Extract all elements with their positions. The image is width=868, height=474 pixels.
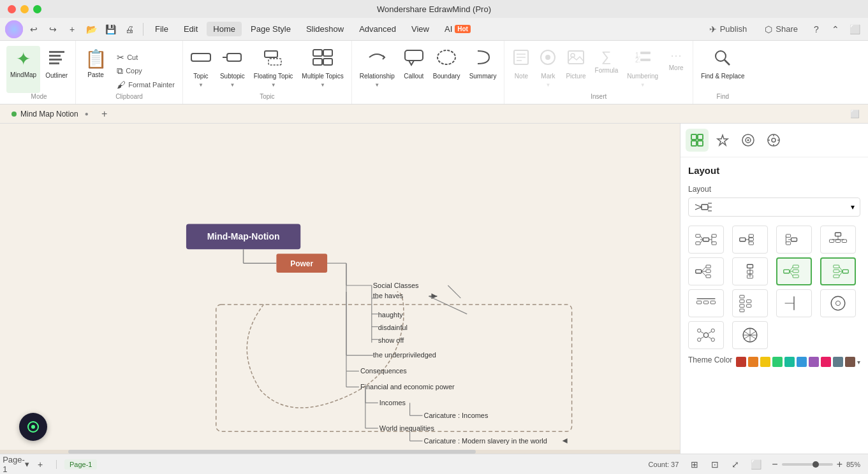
formula-button[interactable]: ∑ Formula — [591, 46, 622, 93]
canvas[interactable]: Mind-Map-Notion Power Social Classes the… — [0, 124, 680, 454]
new-file-button[interactable]: + — [64, 21, 80, 38]
zoom-minus[interactable]: − — [772, 459, 777, 470]
page-menu-button[interactable]: Page-1 ▾ — [8, 456, 24, 473]
swatch-brown[interactable] — [845, 357, 855, 367]
layout-option-9[interactable] — [688, 289, 724, 317]
layout-option-2[interactable] — [732, 226, 768, 254]
layout-option-3[interactable] — [776, 226, 812, 254]
copy-button[interactable]: ⧉ Copy — [113, 64, 179, 78]
boundary-button[interactable]: Boundary — [429, 46, 464, 93]
outliner-button[interactable]: Outliner — [41, 46, 71, 93]
layout-option-7[interactable] — [776, 257, 812, 285]
settings-panel-button[interactable] — [762, 129, 785, 152]
menu-file[interactable]: File — [149, 22, 175, 36]
expand-button[interactable]: ⤢ — [727, 456, 744, 473]
find-replace-button[interactable]: Find & Replace — [697, 46, 748, 93]
topic-label: Topic — [193, 73, 208, 80]
maximize-ribbon-button[interactable]: ⬜ — [846, 21, 863, 38]
help-button[interactable]: ? — [808, 21, 825, 38]
target-panel-button[interactable] — [737, 129, 760, 152]
zoom-thumb[interactable] — [813, 461, 819, 468]
note-button[interactable]: Note — [508, 46, 534, 93]
print-button[interactable]: 🖨 — [121, 21, 138, 38]
layout-dropdown[interactable]: ▾ — [688, 198, 860, 217]
menu-advanced[interactable]: Advanced — [353, 22, 402, 36]
more-button[interactable]: ⋯ More — [663, 46, 689, 93]
mindmap-button[interactable]: ✦ MindMap — [6, 46, 40, 93]
zoom-slider[interactable] — [782, 463, 833, 466]
outline-view-button[interactable]: ⊡ — [707, 456, 723, 473]
mark-button[interactable]: Mark ▼ — [535, 46, 561, 93]
format-painter-button[interactable]: 🖌 Format Painter — [113, 78, 179, 91]
topic-button[interactable]: Topic ▼ — [187, 46, 215, 93]
publish-button[interactable]: ✈ Publish — [702, 22, 755, 37]
svg-point-166 — [698, 338, 701, 341]
relationship-button[interactable]: Relationship ▼ — [356, 46, 399, 93]
zoom-plus[interactable]: + — [837, 459, 842, 470]
save-button[interactable]: 💾 — [102, 21, 119, 38]
open-file-button[interactable]: 📂 — [83, 21, 99, 38]
menu-edit[interactable]: Edit — [177, 22, 204, 36]
close-button[interactable] — [8, 5, 16, 13]
scrollbar-thumb[interactable] — [68, 450, 476, 454]
layout-option-10[interactable] — [732, 289, 768, 317]
svg-rect-14 — [405, 50, 423, 61]
layout-option-13[interactable] — [688, 321, 724, 349]
summary-button[interactable]: Summary — [466, 46, 501, 93]
layout-option-5[interactable] — [688, 257, 724, 285]
maximize-button[interactable] — [33, 5, 41, 13]
swatch-purple[interactable] — [809, 357, 819, 367]
numbering-button[interactable]: 1.2. Numbering ▼ — [623, 46, 662, 93]
add-page-button[interactable]: + — [32, 456, 48, 473]
boundary-label: Boundary — [433, 73, 460, 80]
boundary-icon — [436, 48, 457, 71]
layout-option-8[interactable] — [820, 257, 856, 285]
topic-section-label: Topic — [260, 93, 274, 100]
collapse-button[interactable]: ⌃ — [827, 21, 844, 38]
grid-view-button[interactable]: ⊞ — [686, 456, 703, 473]
fullscreen-button[interactable]: ⬜ — [747, 456, 764, 473]
minimize-button[interactable] — [20, 5, 29, 13]
swatch-red[interactable] — [736, 357, 746, 367]
swatch-blue[interactable] — [797, 357, 807, 367]
tab-close-icon[interactable]: ● — [85, 110, 89, 117]
swatch-yellow[interactable] — [760, 357, 770, 367]
panel-toggle-button[interactable]: ⬜ — [846, 106, 863, 122]
ai-assistant-button[interactable] — [19, 413, 47, 441]
layout-option-4[interactable] — [820, 226, 856, 254]
add-tab-button[interactable]: + — [98, 107, 112, 121]
horizontal-scrollbar[interactable] — [0, 450, 680, 454]
swatch-teal[interactable] — [784, 357, 795, 367]
multiple-topics-button[interactable]: Multiple Topics ▼ — [298, 46, 347, 93]
layout-option-6[interactable] — [732, 257, 768, 285]
menu-home[interactable]: Home — [207, 22, 242, 36]
callout-button[interactable]: Callout — [400, 46, 428, 93]
menu-ai[interactable]: AI Hot — [438, 22, 477, 36]
menu-page-style[interactable]: Page Style — [244, 22, 297, 36]
layout-option-14[interactable] — [732, 321, 768, 349]
layout-panel-button[interactable] — [686, 129, 709, 152]
menu-slideshow[interactable]: Slideshow — [300, 22, 350, 36]
swatch-grey[interactable] — [833, 357, 843, 367]
share-button[interactable]: ⬡ Share — [757, 22, 805, 37]
subtopic-button[interactable]: Subtopic ▼ — [216, 46, 249, 93]
redo-button[interactable]: ↪ — [45, 21, 61, 38]
layout-option-11[interactable] — [776, 289, 812, 317]
cut-button[interactable]: ✂ Cut — [113, 51, 179, 64]
menu-view[interactable]: View — [405, 22, 436, 36]
picture-button[interactable]: Picture — [562, 46, 589, 93]
tab-mind-map-notion[interactable]: Mind Map Notion ● — [5, 107, 95, 121]
swatch-orange[interactable] — [748, 357, 758, 367]
style-panel-button[interactable] — [711, 129, 734, 152]
swatch-pink[interactable] — [821, 357, 831, 367]
undo-button[interactable]: ↩ — [26, 21, 42, 38]
swatch-green[interactable] — [772, 357, 783, 367]
avatar[interactable] — [5, 20, 23, 38]
swatch-dropdown[interactable]: ▾ — [857, 357, 860, 367]
floating-topic-button[interactable]: Floating Topic ▼ — [250, 46, 297, 93]
layout-option-1[interactable] — [688, 226, 724, 254]
window-controls[interactable] — [8, 5, 41, 13]
layout-option-12[interactable] — [820, 289, 856, 317]
paste-button[interactable]: 📋 Paste — [80, 46, 112, 93]
active-page-tab[interactable]: Page-1 — [64, 459, 97, 470]
